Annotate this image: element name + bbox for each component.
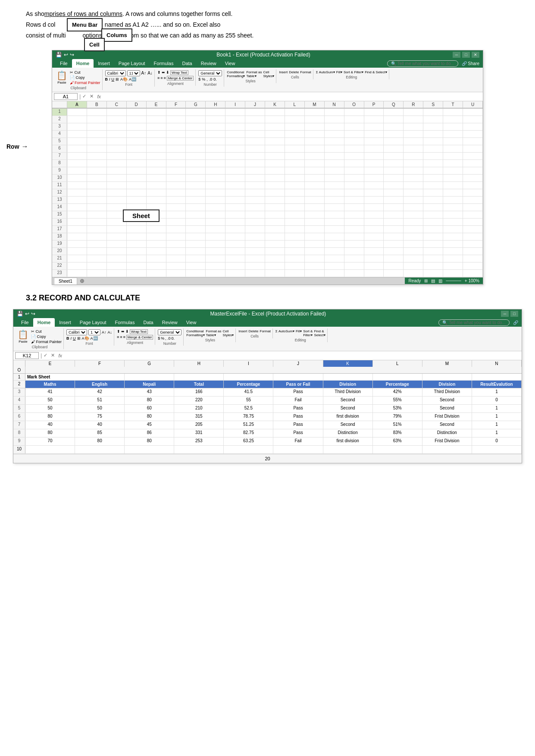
autosum-btn[interactable]: Σ AutoSum▾ xyxy=(316,70,335,74)
excel2-cell-6-0[interactable]: 9 xyxy=(13,437,25,445)
cell-19-13[interactable] xyxy=(325,241,344,247)
cell-5-20[interactable] xyxy=(463,138,483,145)
cell-8-1[interactable] xyxy=(87,160,107,167)
cell-17-4[interactable] xyxy=(147,226,166,233)
cell-18-17[interactable] xyxy=(404,233,423,240)
tell-me-input-1[interactable]: 🔍 Tell me what you want to do... xyxy=(387,60,458,67)
cell-3-15[interactable] xyxy=(364,123,384,130)
cell-18-19[interactable] xyxy=(443,233,463,240)
col-J[interactable]: J xyxy=(273,360,323,367)
cell-5-6[interactable] xyxy=(186,138,206,145)
cell-4-3[interactable] xyxy=(127,131,147,137)
cell-8-5[interactable] xyxy=(166,160,186,167)
cell-1-13[interactable] xyxy=(325,109,344,116)
cell-7-12[interactable] xyxy=(305,153,325,159)
cell-19-6[interactable] xyxy=(186,241,206,247)
formula-input-2[interactable] xyxy=(66,353,520,358)
excel2-cell-3-7[interactable]: first division xyxy=(323,413,373,421)
cell-2-19[interactable] xyxy=(443,116,463,123)
cell-2-9[interactable] xyxy=(245,116,265,123)
cell-5-15[interactable] xyxy=(364,138,384,145)
excel2-cell-6-4[interactable]: 253 xyxy=(174,437,224,445)
cell-4-10[interactable] xyxy=(265,131,285,137)
cell-16-19[interactable] xyxy=(443,219,463,225)
cell-16-16[interactable] xyxy=(384,219,404,225)
cell-13-3[interactable] xyxy=(127,197,147,203)
format-painter-btn-2[interactable]: 🖌 Format Painter xyxy=(31,340,62,344)
cell-18-11[interactable] xyxy=(285,233,305,240)
format-painter-btn-1[interactable]: 🖌 Format Painter xyxy=(70,81,100,85)
cell-12-10[interactable] xyxy=(265,189,285,196)
cell-20-16[interactable] xyxy=(384,248,404,255)
cell-17-11[interactable] xyxy=(285,226,305,233)
cell-11-4[interactable] xyxy=(147,182,166,189)
cell-21-6[interactable] xyxy=(186,255,206,262)
cell-2-16[interactable] xyxy=(384,116,404,123)
comma-btn[interactable]: , xyxy=(206,77,208,81)
cell-9-1[interactable] xyxy=(87,167,107,174)
cell-10-7[interactable] xyxy=(206,175,225,181)
cell-6-18[interactable] xyxy=(423,145,443,152)
tab-formulas-1[interactable]: Formulas xyxy=(150,59,178,68)
cell-19-2[interactable] xyxy=(107,241,127,247)
cell-20-8[interactable] xyxy=(225,248,245,255)
cell-21-13[interactable] xyxy=(325,255,344,262)
cell-11-1[interactable] xyxy=(87,182,107,189)
cell-16-0[interactable] xyxy=(67,219,87,225)
fill-color-btn[interactable]: A🎨 xyxy=(120,77,128,81)
col-header-O[interactable]: O xyxy=(344,101,364,108)
cell-17-17[interactable] xyxy=(404,226,423,233)
cell-17-14[interactable] xyxy=(344,226,364,233)
cell-6-12[interactable] xyxy=(305,145,325,152)
font-size-2[interactable]: 11 xyxy=(88,329,100,335)
cell-7-19[interactable] xyxy=(443,153,463,159)
r10c2[interactable] xyxy=(75,446,125,453)
cell-8-0[interactable] xyxy=(67,160,87,167)
cell-8-12[interactable] xyxy=(305,160,325,167)
cell-9-16[interactable] xyxy=(384,167,404,174)
format-btn-2[interactable]: Format xyxy=(260,329,271,333)
cell-4-4[interactable] xyxy=(147,131,166,137)
excel2-cell-2-10[interactable]: 1 xyxy=(472,405,522,412)
underline-btn[interactable]: U xyxy=(112,77,115,81)
cell-17-5[interactable] xyxy=(166,226,186,233)
cell-1-15[interactable] xyxy=(364,109,384,116)
cell-1-7[interactable] xyxy=(206,109,225,116)
cell-6-4[interactable] xyxy=(147,145,166,152)
cell-4-0[interactable] xyxy=(67,131,87,137)
cut-btn[interactable]: ✂ Cut xyxy=(70,70,100,75)
cell-6-16[interactable] xyxy=(384,145,404,152)
left-align-2[interactable]: ≡ xyxy=(117,335,119,340)
find-select-2[interactable]: Find &Select▾ xyxy=(314,329,325,337)
r10c9[interactable] xyxy=(422,446,472,453)
excel2-cell-1-6[interactable]: Fail xyxy=(273,397,323,404)
tab-review-1[interactable]: Review xyxy=(197,59,221,68)
excel2-cell-2-0[interactable]: 5 xyxy=(13,405,25,412)
cell-17-19[interactable] xyxy=(443,226,463,233)
cell-11-10[interactable] xyxy=(265,182,285,189)
cell-11-20[interactable] xyxy=(463,182,483,189)
cell-1-19[interactable] xyxy=(443,109,463,116)
tab-home-2[interactable]: Home xyxy=(33,318,55,327)
excel2-cell-0-4[interactable]: 166 xyxy=(174,388,224,396)
conditional-formatting-btn[interactable]: ConditionalFormatting▾ xyxy=(227,70,245,78)
cell-11-7[interactable] xyxy=(206,182,225,189)
number-format-2[interactable]: General xyxy=(158,329,181,335)
excel2-cell-3-10[interactable]: 1 xyxy=(472,413,522,421)
cell-20-4[interactable] xyxy=(147,248,166,255)
cell-22-2[interactable] xyxy=(107,262,127,269)
cell-3-16[interactable] xyxy=(384,123,404,130)
cell-18-7[interactable] xyxy=(206,233,225,240)
decrease-font-btn[interactable]: A↓ xyxy=(147,71,153,75)
col-O[interactable]: O xyxy=(13,367,25,373)
cell-21-17[interactable] xyxy=(404,255,423,262)
cell-10-6[interactable] xyxy=(186,175,206,181)
cell-18-6[interactable] xyxy=(186,233,206,240)
cell-2-18[interactable] xyxy=(423,116,443,123)
cell-11-11[interactable] xyxy=(285,182,305,189)
cell-11-3[interactable] xyxy=(127,182,147,189)
cell-13-9[interactable] xyxy=(245,197,265,203)
cell-3-8[interactable] xyxy=(225,123,245,130)
cell-20-17[interactable] xyxy=(404,248,423,255)
cell-9-11[interactable] xyxy=(285,167,305,174)
